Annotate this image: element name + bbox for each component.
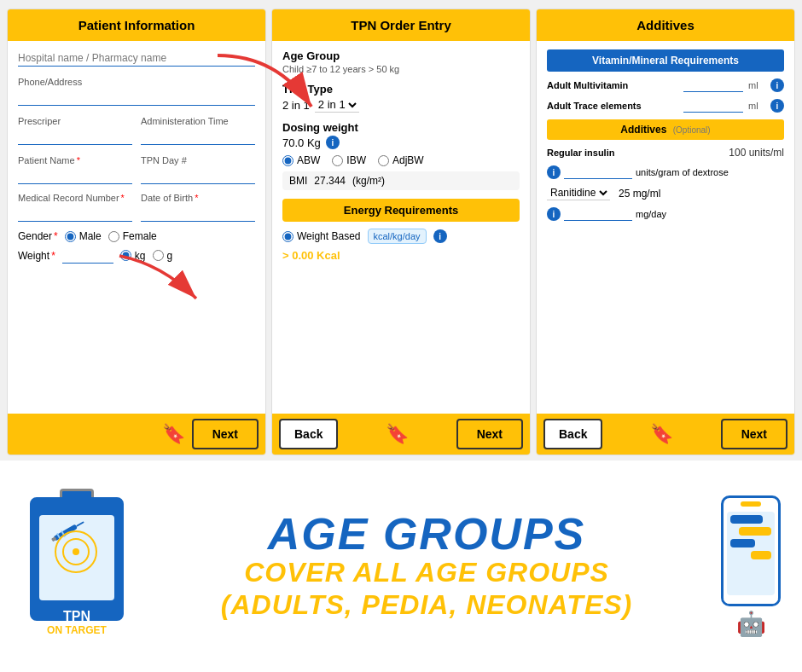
chat-bubble-3 xyxy=(730,539,755,547)
admin-time-input[interactable] xyxy=(141,129,255,145)
adjbw-option[interactable]: AdjBW xyxy=(378,154,424,166)
dob-input[interactable] xyxy=(141,206,255,222)
ranitidine-select[interactable]: Ranitidine xyxy=(547,186,610,200)
gender-female-radio[interactable] xyxy=(108,231,119,242)
additives-next-button[interactable]: Next xyxy=(721,419,787,449)
tpn-type-title: TPN Type xyxy=(282,83,520,96)
gender-label: Gender* xyxy=(18,230,58,242)
tpn-panel-header: TPN Order Entry xyxy=(272,9,530,41)
dosing-section: Dosing weight 70.0 Kg i ABW IBW xyxy=(282,121,520,190)
target-outer-ring xyxy=(55,530,97,573)
mgday-unit: mg/day xyxy=(636,209,666,219)
dosing-title: Dosing weight xyxy=(282,121,520,134)
patient-bookmark-icon: 🔖 xyxy=(162,423,185,445)
weight-based-radio[interactable] xyxy=(282,231,293,242)
target-inner-ring xyxy=(62,538,90,565)
energy-header: Energy Requirements xyxy=(282,199,520,222)
optional-label: (Optional) xyxy=(673,125,711,135)
abw-radio[interactable] xyxy=(282,155,293,166)
additives-panel-footer: Back 🔖 Next xyxy=(537,414,794,455)
tpn-next-button[interactable]: Next xyxy=(456,419,523,449)
multivitamin-label: Adult Multivitamin xyxy=(547,80,678,90)
trace-elements-input[interactable] xyxy=(683,100,743,113)
prescriber-label: Prescriper xyxy=(18,116,132,126)
weight-based-option[interactable]: Weight Based xyxy=(282,230,361,242)
patient-name-required: * xyxy=(77,155,80,165)
additives-panel-header: Additives xyxy=(537,9,794,41)
multivitamin-input[interactable] xyxy=(683,79,743,92)
kcal-badge: kcal/kg/day xyxy=(368,229,427,244)
regular-insulin-value: 100 units/ml xyxy=(729,147,784,159)
abw-option[interactable]: ABW xyxy=(282,154,320,166)
weight-g-radio[interactable] xyxy=(153,250,164,261)
ibw-radio[interactable] xyxy=(332,155,343,166)
adjbw-radio[interactable] xyxy=(378,155,389,166)
tpn-back-button[interactable]: Back xyxy=(279,419,338,449)
ranitidine-value: 25 mg/ml xyxy=(619,188,660,200)
phone-input[interactable] xyxy=(18,90,255,106)
tpn-bookmark-icon: 🔖 xyxy=(386,423,409,445)
bmi-label: BMI xyxy=(289,175,307,187)
trace-elements-label: Adult Trace elements xyxy=(547,101,678,111)
age-group-title: Age Group xyxy=(282,49,520,62)
mgday-input[interactable] xyxy=(564,208,632,221)
additives-back-button[interactable]: Back xyxy=(543,419,602,449)
dosing-radio-group: ABW IBW AdjBW xyxy=(282,154,520,166)
patient-next-button[interactable]: Next xyxy=(192,419,259,449)
dosing-info-icon[interactable]: i xyxy=(326,136,340,149)
dextrose-row: i units/gram of dextrose xyxy=(547,165,784,179)
weight-input[interactable] xyxy=(62,247,113,264)
patient-name-label: Patient Name* xyxy=(18,155,132,165)
svg-rect-3 xyxy=(76,521,84,527)
age-group-value: Child ≥7 to 12 years > 50 kg xyxy=(282,64,520,74)
bmi-unit: (kg/m²) xyxy=(352,175,385,187)
trace-elements-unit: ml xyxy=(748,101,765,111)
hospital-input[interactable] xyxy=(18,50,255,67)
mgday-row: i mg/day xyxy=(547,207,784,221)
energy-section: Energy Requirements Weight Based kcal/kg… xyxy=(282,199,520,263)
patient-panel-footer: 🔖 Next xyxy=(8,414,265,455)
phone-field-group: Phone/Address xyxy=(18,77,255,106)
logo-tpn-text: TPN xyxy=(32,607,121,626)
multivitamin-info-icon[interactable]: i xyxy=(770,78,784,92)
tpn-type-select[interactable]: 2 in 1 3 in 1 xyxy=(315,97,359,113)
kcal-total: > 0.00 Kcal xyxy=(282,249,340,262)
weight-kg-option[interactable]: kg xyxy=(120,250,146,262)
logo-inner xyxy=(39,515,114,600)
energy-info-icon[interactable]: i xyxy=(433,229,447,243)
tpn-day-label: TPN Day # xyxy=(141,155,255,165)
logo-container: TPN ON TARGET xyxy=(17,497,137,636)
additives-bookmark-icon: 🔖 xyxy=(650,423,673,445)
bottom-section: TPN ON TARGET AGE GROUPS COVER ALL AGE G… xyxy=(0,461,802,672)
phone-container: 🤖 xyxy=(717,495,785,638)
mgday-info-icon[interactable]: i xyxy=(547,207,561,221)
dob-label: Date of Birth* xyxy=(141,193,255,203)
gender-male-radio[interactable] xyxy=(65,231,76,242)
patient-name-input[interactable] xyxy=(18,168,132,184)
dextrose-info-icon[interactable]: i xyxy=(547,165,561,179)
tpn-day-input[interactable] xyxy=(141,168,255,184)
ibw-option[interactable]: IBW xyxy=(332,154,366,166)
logo-board: TPN xyxy=(30,497,124,621)
tpn-type-section: TPN Type 2 in 1 2 in 1 3 in 1 xyxy=(282,83,520,113)
multivitamin-unit: ml xyxy=(748,80,765,90)
android-icon: 🤖 xyxy=(736,610,766,638)
prescriber-input[interactable] xyxy=(18,129,132,145)
tpn-panel: TPN Order Entry Age Group Child ≥7 to 12… xyxy=(271,9,531,455)
trace-info-icon[interactable]: i xyxy=(770,99,784,113)
weight-row: Weight* kg g xyxy=(18,247,255,264)
age-groups-subtitle: COVER ALL AGE GROUPS(ADULTS, PEDIA, NEON… xyxy=(154,556,700,622)
weight-kg-radio[interactable] xyxy=(120,250,131,261)
dextrose-input[interactable] xyxy=(564,166,632,179)
chat-bubble-4 xyxy=(751,551,771,559)
weight-g-option[interactable]: g xyxy=(153,250,173,262)
regular-insulin-label: Regular insulin xyxy=(547,148,724,158)
weight-label: Weight* xyxy=(18,250,55,262)
mrn-input[interactable] xyxy=(18,206,132,222)
patient-panel: Patient Information Phone/Address Prescr… xyxy=(7,9,266,455)
gender-female-option[interactable]: Female xyxy=(108,230,157,242)
additives-panel: Additives Vitamin/Mineral Requirements A… xyxy=(536,9,795,455)
chat-bubble-1 xyxy=(730,515,763,524)
bmi-row: BMI 27.344 (kg/m²) xyxy=(282,171,520,190)
gender-male-option[interactable]: Male xyxy=(65,230,102,242)
